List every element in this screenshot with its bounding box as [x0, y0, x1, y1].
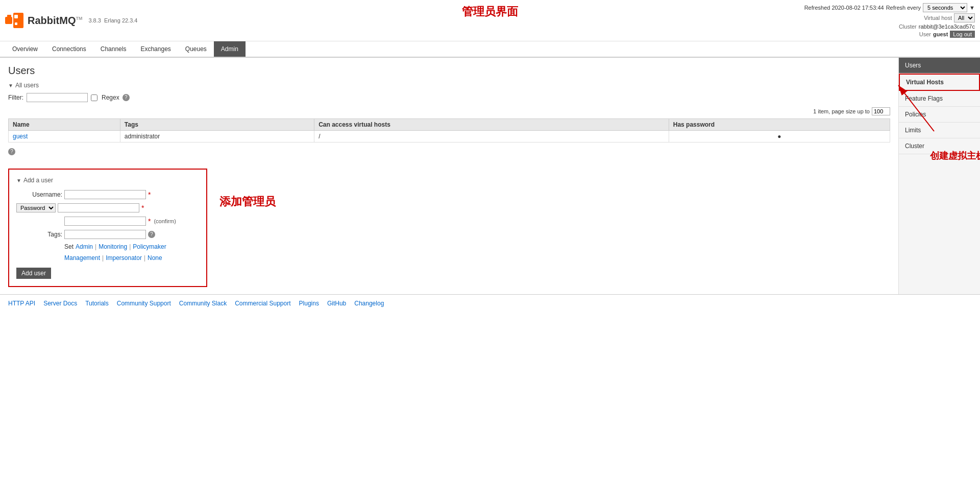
collapse-arrow-icon[interactable]: ▼ — [8, 83, 13, 88]
users-table: Name Tags Can access virtual hosts Has p… — [8, 118, 890, 142]
password-required: * — [141, 204, 144, 212]
set-label: Set — [64, 243, 74, 250]
regex-label: Regex — [102, 94, 119, 101]
user-row: User guest Log out — [919, 31, 975, 38]
cluster-row: Cluster rabbit@3e1ca3cad57c — [899, 23, 975, 30]
sep2: | — [129, 243, 131, 250]
sidebar-item-virtual-hosts[interactable]: Virtual Hosts — [899, 74, 980, 91]
nav-item-channels[interactable]: Channels — [93, 41, 134, 57]
password-row: Password Hashed * — [16, 203, 199, 212]
tags-input[interactable] — [64, 230, 146, 239]
tags-help-icon[interactable]: ? — [148, 231, 155, 238]
nav-item-admin[interactable]: Admin — [214, 41, 246, 57]
footer-link-community-slack[interactable]: Community Slack — [179, 300, 227, 307]
tags-label: Tags: — [16, 230, 62, 238]
regex-help-icon[interactable]: ? — [122, 94, 130, 101]
footer-link-github[interactable]: GitHub — [327, 300, 346, 307]
tags-set-row: Set Admin | Monitoring | Policymaker — [64, 243, 166, 250]
refresh-dropdown-icon: ▼ — [969, 5, 975, 11]
svg-rect-1 — [7, 15, 11, 18]
refreshed-text: Refreshed 2020-08-02 17:53:44 — [804, 5, 884, 11]
user-vhosts-cell: / — [314, 131, 669, 142]
add-user-header: ▼ Add a user — [16, 177, 199, 184]
user-tags-cell: administrator — [120, 131, 314, 142]
top-right-info: Refreshed 2020-08-02 17:53:44 Refresh ev… — [804, 3, 975, 38]
sep1: | — [95, 243, 96, 250]
password-type-select[interactable]: Password Hashed — [16, 203, 56, 212]
col-tags: Tags — [120, 119, 314, 131]
sidebar: Users Virtual Hosts Feature Flags Polici… — [898, 58, 980, 294]
filter-label: Filter: — [8, 94, 23, 101]
sidebar-item-policies[interactable]: Policies — [899, 107, 980, 123]
add-user-label: Add a user — [23, 177, 53, 184]
filter-row: Filter: Regex ? — [8, 93, 890, 102]
password-input[interactable] — [58, 203, 139, 212]
col-name: Name — [9, 119, 120, 131]
sidebar-item-users[interactable]: Users — [899, 58, 980, 74]
page-size-row: 1 item, page size up to — [8, 107, 890, 115]
footer-link-changelog[interactable]: Changelog — [354, 300, 384, 307]
table-row: guest administrator / ● — [9, 131, 890, 142]
confirm-required: * — [148, 217, 151, 225]
tag-admin[interactable]: Admin — [76, 243, 93, 250]
logo-tm: TM — [76, 16, 82, 21]
tags-set-row-2: Management | Impersonator | None — [64, 254, 166, 262]
svg-rect-0 — [5, 17, 12, 24]
svg-rect-3 — [14, 15, 18, 18]
regex-checkbox[interactable] — [91, 94, 97, 101]
col-vhosts: Can access virtual hosts — [314, 119, 669, 131]
add-user-section: ▼ Add a user Username: * Password Hashed — [8, 169, 207, 287]
tag-management[interactable]: Management — [64, 254, 100, 262]
footer-link-commercial-support[interactable]: Commercial Support — [235, 300, 290, 307]
logo-area: RabbitMQTM 3.8.3 Erlang 22.3.4 — [5, 13, 137, 28]
password-confirm-input[interactable] — [64, 217, 146, 226]
username-label: Username: — [16, 191, 62, 198]
sidebar-item-limits[interactable]: Limits — [899, 123, 980, 138]
nav-item-connections[interactable]: Connections — [45, 41, 93, 57]
password-confirm-row: * (confirm) — [16, 217, 199, 226]
nav-item-exchanges[interactable]: Exchanges — [133, 41, 178, 57]
vhost-select[interactable]: All / — [954, 13, 975, 22]
col-password: Has password — [669, 119, 890, 131]
logout-button[interactable]: Log out — [950, 31, 975, 38]
svg-rect-4 — [15, 22, 17, 25]
add-user-collapse-icon[interactable]: ▼ — [16, 178, 21, 183]
refresh-row: Refreshed 2020-08-02 17:53:44 Refresh ev… — [804, 3, 975, 12]
footer-link-community-support[interactable]: Community Support — [117, 300, 171, 307]
page-size-input[interactable] — [872, 107, 890, 115]
footer-link-http-api[interactable]: HTTP API — [8, 300, 35, 307]
footer-link-plugins[interactable]: Plugins — [299, 300, 319, 307]
table-help-icon[interactable]: ? — [8, 148, 15, 155]
username-required: * — [148, 191, 151, 199]
user-name-cell: guest — [9, 131, 120, 142]
refresh-label: Refresh every — [886, 5, 921, 11]
tag-policymaker[interactable]: Policymaker — [133, 243, 166, 250]
footer-link-tutorials[interactable]: Tutorials — [85, 300, 109, 307]
main-nav: Overview Connections Channels Exchanges … — [0, 41, 980, 58]
tag-impersonator[interactable]: Impersonator — [106, 254, 142, 262]
refresh-select[interactable]: 5 seconds 10 seconds 30 seconds 60 secon… — [923, 3, 967, 12]
version-info: 3.8.3 Erlang 22.3.4 — [88, 17, 137, 23]
footer-link-server-docs[interactable]: Server Docs — [43, 300, 77, 307]
tag-monitoring[interactable]: Monitoring — [99, 243, 127, 250]
tag-none[interactable]: None — [148, 254, 162, 262]
cluster-label: Cluster — [899, 23, 917, 30]
user-password-cell: ● — [669, 131, 890, 142]
current-user: guest — [933, 31, 948, 37]
all-users-label: All users — [15, 82, 39, 89]
username-input[interactable] — [64, 190, 146, 199]
add-user-button[interactable]: Add user — [16, 268, 51, 279]
content-area: Users ▼ All users Filter: Regex ? 1 item… — [0, 58, 898, 294]
user-label: User — [919, 31, 931, 37]
nav-item-queues[interactable]: Queues — [178, 41, 214, 57]
filter-input[interactable] — [27, 93, 88, 102]
sep4: | — [144, 254, 145, 262]
user-name-link[interactable]: guest — [13, 133, 28, 140]
all-users-header: ▼ All users — [8, 82, 890, 89]
nav-item-overview[interactable]: Overview — [5, 41, 45, 57]
main-content: Users ▼ All users Filter: Regex ? 1 item… — [0, 58, 980, 294]
confirm-label: (confirm) — [154, 218, 176, 224]
username-row: Username: * — [16, 190, 199, 199]
vhosts-annotation: 创建虚拟主机 — [930, 150, 980, 162]
sidebar-item-feature-flags[interactable]: Feature Flags — [899, 91, 980, 107]
